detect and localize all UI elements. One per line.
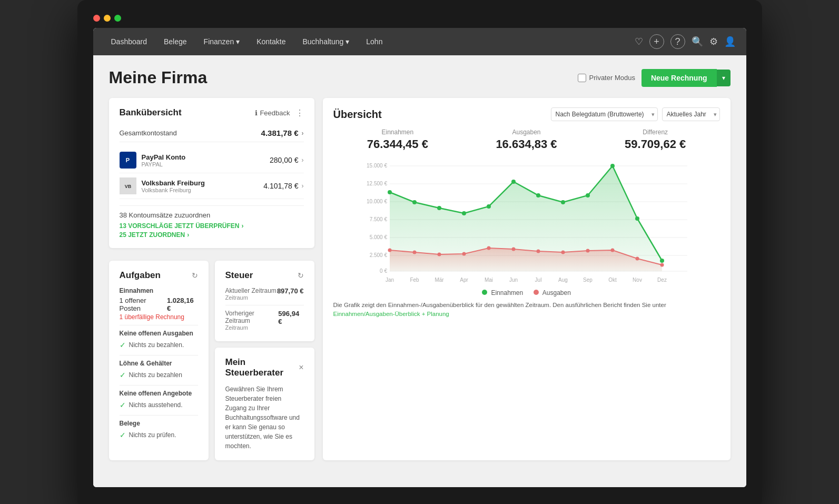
chart-note-link[interactable]: Einnahmen/Ausgaben-Überblick + Planung	[333, 311, 449, 317]
left-column: Bankübersicht ℹ Feedback ⋮ Gesa	[109, 98, 314, 460]
more-options-icon[interactable]: ⋮	[295, 108, 304, 118]
svg-text:Okt: Okt	[608, 277, 617, 283]
plus-icon[interactable]: +	[649, 34, 664, 49]
einnahmen-row: 1 offener Posten 1.028,16 €	[120, 297, 198, 312]
svg-text:Jun: Jun	[509, 277, 517, 283]
volksbank-account-row[interactable]: VB Volksbank Freiburg Volksbank Freiburg…	[120, 173, 304, 199]
svg-text:5.000 €: 5.000 €	[369, 234, 387, 240]
nav-kontakte[interactable]: Kontakte	[249, 34, 293, 49]
nav-belege[interactable]: Belege	[156, 34, 194, 49]
ausgaben-legend-dot	[534, 290, 539, 295]
volksbank-account-left: VB Volksbank Freiburg Volksbank Freiburg	[120, 177, 205, 194]
feedback-label: Feedback	[260, 109, 290, 117]
ausgaben-legend-label: Ausgaben	[542, 289, 571, 297]
chart-dot-ausgaben	[437, 253, 441, 256]
chart-dot-ausgaben	[511, 248, 515, 251]
offener-posten-amount: 1.028,16 €	[167, 297, 198, 312]
feedback-link[interactable]: ℹ Feedback	[255, 109, 290, 117]
volksbank-name: Volksbank Freiburg	[142, 179, 205, 187]
bank-card: Bankübersicht ℹ Feedback ⋮ Gesa	[109, 98, 314, 248]
svg-text:Apr: Apr	[460, 277, 468, 283]
chart-dot	[437, 206, 441, 210]
nav-finanzen[interactable]: Finanzen ▾	[196, 34, 248, 49]
svg-text:VB: VB	[124, 184, 131, 189]
user-icon[interactable]: 👤	[724, 36, 736, 47]
chart-dot	[412, 200, 417, 204]
zuordnen-label: 38 Kontoumsätze zuzuordnen	[120, 211, 304, 219]
steuer-refresh-icon[interactable]: ↻	[298, 271, 304, 280]
bank-card-header: Bankübersicht ℹ Feedback ⋮	[120, 107, 304, 118]
angebote-no-items-text: Nichts ausstehend.	[129, 401, 183, 409]
offener-posten-count: 1 offener Posten	[120, 297, 167, 312]
chart-note: Die Grafik zeigt den Einnahmen-/Ausgaben…	[333, 301, 720, 319]
neue-rechnung-button[interactable]: Neue Rechnung	[641, 69, 717, 87]
aufgaben-card-header: Aufgaben ↻	[120, 270, 198, 281]
svg-text:12.500 €: 12.500 €	[367, 181, 387, 186]
chart-dot	[635, 216, 639, 221]
chart-dot	[610, 164, 615, 168]
vorheriger-zeitraum-sub: Zeitraum	[225, 324, 279, 331]
svg-text:Sep: Sep	[583, 277, 593, 283]
svg-text:7.500 €: 7.500 €	[369, 216, 387, 222]
uebersicht-card: Übersicht Nach Belegdatum (Bruttowerte) …	[323, 98, 731, 460]
filter2-wrapper: Aktuelles Jahr	[662, 107, 720, 121]
zuordnen-links: 13 VORSCHLÄGE JETZT ÜBERPRÜFEN › 25 JETZ…	[120, 222, 304, 239]
page-title: Meine Firma	[109, 68, 208, 87]
chart-dot-ausgaben	[536, 250, 540, 253]
nav-lohn[interactable]: Lohn	[359, 34, 390, 49]
ausgaben-no-items-text: Nichts zu bezahlen.	[129, 341, 184, 349]
nav-dashboard[interactable]: Dashboard	[104, 34, 155, 49]
nav-buchhaltung[interactable]: Buchhaltung ▾	[295, 34, 357, 49]
chart-dot-ausgaben	[462, 252, 466, 256]
chart-dot	[561, 200, 565, 204]
paypal-amount: 280,00 € ›	[270, 156, 304, 164]
svg-text:Aug: Aug	[558, 277, 568, 283]
vorschlaege-link[interactable]: 13 VORSCHLÄGE JETZT ÜBERPRÜFEN ›	[120, 222, 304, 230]
gesamtkontostand-row: Gesamtkontostand 4.381,78 € ›	[120, 124, 304, 142]
svg-text:10.000 €: 10.000 €	[367, 199, 387, 204]
close-dot[interactable]	[93, 15, 100, 22]
chart-dot-ausgaben	[586, 249, 589, 253]
chart-container: 15.000 € 12.500 € 10.000 € 7.500 € 5.000…	[333, 160, 720, 286]
paypal-account-row[interactable]: P PayPal Konto PAYPAL 280,00 € ›	[120, 147, 304, 173]
steuerberater-close-icon[interactable]: ×	[299, 363, 303, 372]
aufgaben-refresh-icon[interactable]: ↻	[192, 271, 198, 280]
volksbank-sub: Volksbank Freiburg	[142, 187, 205, 193]
chart-legend: Einnahmen Ausgaben	[333, 289, 720, 297]
zuordnen-link[interactable]: 25 JETZT ZUORDNEN ›	[120, 231, 304, 239]
zuordnen-section: 38 Kontoumsätze zuzuordnen 13 VORSCHLÄGE…	[120, 205, 304, 239]
chart-dot-ausgaben	[388, 249, 391, 252]
settings-icon[interactable]: ⚙	[709, 36, 718, 47]
einnahmen-stat-label: Einnahmen	[333, 129, 462, 136]
differenz-stat: Differenz 59.709,62 €	[591, 129, 720, 151]
maximize-dot[interactable]	[114, 15, 121, 22]
gesamtkontostand-value[interactable]: 4.381,78 € ›	[261, 129, 304, 137]
svg-text:Jan: Jan	[385, 277, 393, 283]
steuerberater-text: Gewähren Sie Ihrem Steuerberater freien …	[225, 384, 304, 451]
volksbank-chevron: ›	[302, 182, 304, 190]
paypal-sub: PAYPAL	[142, 161, 186, 167]
minimize-dot[interactable]	[104, 15, 111, 22]
svg-text:Nov: Nov	[633, 277, 642, 283]
bottom-left-grid: Aufgaben ↻ Einnahmen 1 offener Posten 1.…	[109, 261, 314, 460]
neue-rechnung-dropdown[interactable]: ▾	[717, 70, 731, 86]
belege-no-items-text: Nichts zu prüfen.	[129, 431, 176, 439]
filter1-select[interactable]: Nach Belegdatum (Bruttowerte)	[551, 107, 658, 121]
filter2-select[interactable]: Aktuelles Jahr	[662, 107, 720, 121]
private-mode-label: Privater Modus	[589, 74, 635, 82]
uebersicht-title: Übersicht	[333, 108, 382, 121]
heart-icon[interactable]: ♡	[635, 36, 643, 47]
private-mode-toggle[interactable]: Privater Modus	[578, 74, 635, 82]
gesamtkontostand-label: Gesamtkontostand	[120, 129, 177, 137]
help-icon[interactable]: ?	[670, 34, 685, 49]
steuer-card: Steuer ↻ Aktueller Zeitraum Zeitraum 897…	[215, 261, 314, 341]
angebote-section-label: Keine offenen Angebote	[120, 390, 198, 397]
einnahmen-legend-dot	[482, 290, 487, 295]
vorheriger-zeitraum-value: 596,94 €	[278, 310, 303, 331]
chart-dot	[487, 204, 491, 209]
search-icon[interactable]: 🔍	[692, 36, 703, 47]
belege-section-label: Belege	[120, 420, 198, 427]
einnahmen-stat: Einnahmen 76.344,45 €	[333, 129, 462, 151]
ueberfaellig-link[interactable]: 1 überfällige Rechnung	[120, 313, 198, 321]
private-mode-checkbox[interactable]	[578, 74, 586, 82]
